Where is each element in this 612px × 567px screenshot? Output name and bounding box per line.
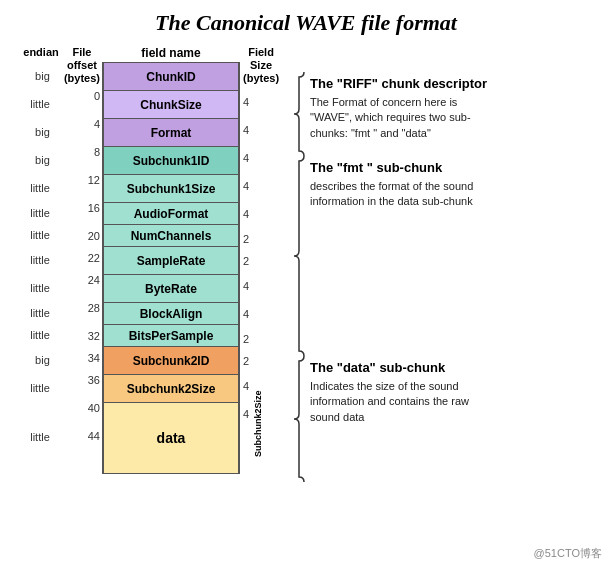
offset-label: 16 bbox=[88, 200, 100, 228]
endian-label: little bbox=[30, 224, 52, 246]
field-row: data bbox=[103, 403, 239, 473]
size-label: 4 bbox=[243, 400, 249, 428]
field-row: BlockAlign bbox=[103, 303, 239, 325]
size-label: 4 bbox=[243, 372, 249, 400]
endian-label: little bbox=[30, 90, 52, 118]
field-row: Subchunk1ID bbox=[103, 147, 239, 175]
page: The Canonical WAVE file format endian bi… bbox=[0, 0, 612, 567]
field-row: Subchunk2Size bbox=[103, 375, 239, 403]
offset-label: 8 bbox=[88, 144, 100, 172]
endian-label: big bbox=[30, 146, 52, 174]
size-label bbox=[243, 428, 249, 498]
offset-label: 36 bbox=[88, 372, 100, 400]
offset-label: 32 bbox=[88, 328, 100, 350]
size-label: 4 bbox=[243, 172, 249, 200]
endian-label: little bbox=[30, 324, 52, 346]
size-label: 2 bbox=[243, 250, 249, 272]
field-row: ChunkSize bbox=[103, 91, 239, 119]
endian-label: little bbox=[30, 174, 52, 202]
field-row: Format bbox=[103, 119, 239, 147]
offset-label: 24 bbox=[88, 272, 100, 300]
endian-label: big bbox=[30, 62, 52, 90]
offset-label: 28 bbox=[88, 300, 100, 328]
field-row: AudioFormat bbox=[103, 203, 239, 225]
offset-label: 0 bbox=[88, 88, 100, 116]
size-label: 4 bbox=[243, 144, 249, 172]
size-label: 2 bbox=[243, 350, 249, 372]
size-label: 4 bbox=[243, 116, 249, 144]
field-row: ChunkID bbox=[103, 63, 239, 91]
field-name-header: field name bbox=[102, 46, 240, 60]
size-label: 2 bbox=[243, 328, 249, 350]
annotation-title-fmt: The "fmt " sub-chunk bbox=[310, 160, 500, 175]
subchunk2size-rotated-label: Subchunk2Size bbox=[253, 375, 263, 473]
annotation-riff: The "RIFF" chunk descriptorThe Format of… bbox=[290, 72, 500, 156]
annotation-text-fmt: describes the format of the sound inform… bbox=[310, 179, 500, 210]
endian-label: little bbox=[30, 402, 52, 472]
offset-label: 44 bbox=[88, 428, 100, 498]
size-label: 4 bbox=[243, 88, 249, 116]
endian-label: little bbox=[30, 202, 52, 224]
size-label: 2 bbox=[243, 228, 249, 250]
offset-label: 20 bbox=[88, 228, 100, 250]
field-row: Subchunk1Size bbox=[103, 175, 239, 203]
offset-header: File offset (bytes) bbox=[64, 46, 100, 86]
field-row: NumChannels bbox=[103, 225, 239, 247]
offset-label: 4 bbox=[88, 116, 100, 144]
offset-label: 40 bbox=[88, 400, 100, 428]
endian-label: little bbox=[30, 246, 52, 274]
annotation-data: The "data" sub-chunkIndicates the size o… bbox=[290, 356, 500, 482]
endian-label: little bbox=[30, 374, 52, 402]
annotation-text-data: Indicates the size of the sound informat… bbox=[310, 379, 500, 425]
size-header: Field Size (bytes) bbox=[243, 46, 279, 86]
field-row: SampleRate bbox=[103, 247, 239, 275]
annotation-title-data: The "data" sub-chunk bbox=[310, 360, 500, 375]
annotation-text-riff: The Format of concern here is "WAVE", wh… bbox=[310, 95, 500, 141]
size-label: 4 bbox=[243, 300, 249, 328]
field-row: ByteRate bbox=[103, 275, 239, 303]
size-label: 4 bbox=[243, 200, 249, 228]
endian-label: little bbox=[30, 302, 52, 324]
offset-label: 34 bbox=[88, 350, 100, 372]
annotation-fmt: The "fmt " sub-chunkdescribes the format… bbox=[290, 156, 500, 356]
size-label: 4 bbox=[243, 272, 249, 300]
endian-label: big bbox=[30, 346, 52, 374]
page-title: The Canonical WAVE file format bbox=[10, 10, 602, 36]
endian-header: endian bbox=[23, 46, 58, 58]
offset-label: 22 bbox=[88, 250, 100, 272]
endian-label: big bbox=[30, 118, 52, 146]
offset-label: 12 bbox=[88, 172, 100, 200]
field-row: BitsPerSample bbox=[103, 325, 239, 347]
field-row: Subchunk2ID bbox=[103, 347, 239, 375]
watermark: @51CTO博客 bbox=[534, 546, 602, 561]
endian-label: little bbox=[30, 274, 52, 302]
annotation-title-riff: The "RIFF" chunk descriptor bbox=[310, 76, 500, 91]
